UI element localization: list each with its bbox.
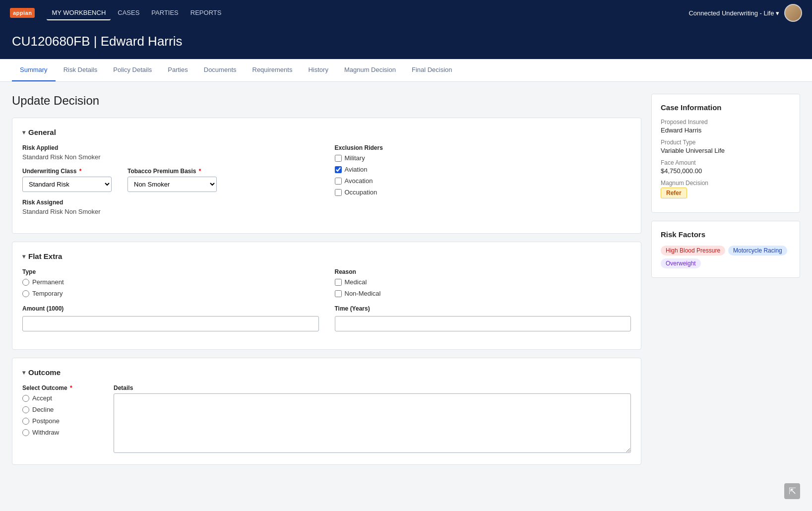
general-section: ▾ General Risk Applied Standard Risk Non… [12,118,641,234]
radio-permanent[interactable]: Permanent [22,278,319,286]
general-chevron-icon: ▾ [22,129,25,136]
tab-magnum-decision[interactable]: Magnum Decision [336,59,404,81]
risk-assigned-value: Standard Risk Non Smoker [22,208,319,215]
amount-input[interactable] [22,316,319,331]
page-title: Update Decision [12,94,641,108]
magnum-decision-badge: Refer [661,188,687,198]
radio-accept[interactable]: Accept [22,394,102,402]
select-outcome-col: Select Outcome * Accept Decline Postpone [22,384,102,436]
tobacco-required: * [197,168,201,175]
underwriting-class-field: Underwriting Class * Standard Risk Prefe… [22,168,112,192]
checkbox-avocation[interactable]: Avocation [335,177,631,185]
proposed-insured-value: Edward Harris [661,127,791,134]
radio-temporary[interactable]: Temporary [22,290,319,297]
page-body: Update Decision ▾ General Risk Applied S… [0,82,812,485]
tab-bar: Summary Risk Details Policy Details Part… [0,59,812,82]
avatar[interactable] [784,4,802,22]
checkbox-occupation[interactable]: Occupation [335,189,631,196]
reason-checkbox-group: Medical Non-Medical [335,278,631,297]
radio-postpone-input[interactable] [22,418,29,425]
outcome-layout: Select Outcome * Accept Decline Postpone [22,384,631,454]
general-left-col: Risk Applied Standard Risk Non Smoker Un… [22,144,319,215]
face-amount-value: $4,750,000.00 [661,167,791,175]
checkbox-aviation[interactable]: Aviation [335,166,631,173]
tab-documents[interactable]: Documents [196,59,245,81]
tab-final-decision[interactable]: Final Decision [404,59,460,81]
product-type-value: Variable Universal Life [661,147,791,154]
radio-permanent-input[interactable] [22,279,29,286]
avatar-image [784,4,802,22]
tab-policy-details[interactable]: Policy Details [105,59,160,81]
nav-right: Connected Underwriting - Life ▾ [688,4,802,22]
checkbox-medical-input[interactable] [335,279,342,286]
radio-temporary-input[interactable] [22,290,29,297]
outcome-required: * [68,384,72,391]
risk-factor-motorcycle-racing: Motorcycle Racing [728,246,787,256]
time-input[interactable] [335,316,631,331]
nav-my-workbench[interactable]: MY WORKBENCH [47,6,111,20]
outcome-section: ▾ Outcome Select Outcome * Accept Declin… [12,358,641,465]
radio-accept-input[interactable] [22,395,29,402]
proposed-insured-item: Proposed Insured Edward Harris [661,119,791,134]
magnum-decision-item: Magnum Decision Refer [661,180,791,198]
nav-parties[interactable]: PARTIES [146,6,183,20]
nav-reports[interactable]: REPORTS [186,6,227,20]
details-textarea[interactable] [114,393,631,453]
product-type-item: Product Type Variable Universal Life [661,139,791,154]
risk-factors-title: Risk Factors [661,230,791,239]
underwriting-class-select[interactable]: Standard Risk Preferred Substandard [22,177,112,192]
nav-cases[interactable]: CASES [113,6,144,20]
checkbox-non-medical-input[interactable] [335,290,342,297]
exclusion-riders-group: Military Aviation Avocation Occupation [335,154,631,196]
user-menu-label[interactable]: Connected Underwriting - Life ▾ [688,9,779,17]
tobacco-premium-select[interactable]: Non Smoker Smoker [127,177,217,192]
risk-applied-label: Risk Applied [22,144,319,151]
details-label: Details [114,384,631,391]
tab-history[interactable]: History [300,59,336,81]
risk-assigned-field: Risk Assigned Standard Risk Non Smoker [22,199,319,215]
radio-postpone[interactable]: Postpone [22,417,102,425]
exclusion-riders-col: Exclusion Riders Military Aviation Avoca… [335,144,631,196]
checkbox-medical[interactable]: Medical [335,278,631,286]
flat-extra-row1: Type Permanent Temporary Reason [22,268,631,297]
amount-label: Amount (1000) [22,305,319,312]
type-radio-group: Permanent Temporary [22,278,319,297]
tab-requirements[interactable]: Requirements [245,59,301,81]
flat-extra-reason-col: Reason Medical Non-Medical [335,268,631,297]
flat-extra-type-col: Type Permanent Temporary [22,268,319,297]
details-col: Details [114,384,631,454]
case-header: CU120680FB | Edward Harris [0,26,812,59]
radio-withdraw-input[interactable] [22,429,29,436]
tab-parties[interactable]: Parties [160,59,195,81]
nav-links: MY WORKBENCH CASES PARTIES REPORTS [47,6,688,20]
risk-factors-list: High Blood Pressure Motorcycle Racing Ov… [661,246,791,268]
magnum-decision-label: Magnum Decision [661,180,791,187]
tobacco-premium-field: Tobacco Premium Basis * Non Smoker Smoke… [127,168,217,192]
flat-extra-chevron-icon: ▾ [22,253,25,260]
tab-risk-details[interactable]: Risk Details [56,59,106,81]
right-sidebar: Case Information Proposed Insured Edward… [651,94,800,286]
face-amount-item: Face Amount $4,750,000.00 [661,159,791,175]
cursor-badge: ⇱ [784,483,800,485]
checkbox-occupation-input[interactable] [335,189,342,196]
outcome-section-title: Outcome [28,368,61,377]
appian-logo[interactable]: appian [10,8,35,18]
radio-withdraw[interactable]: Withdraw [22,429,102,436]
flat-extra-header: ▾ Flat Extra [22,252,631,260]
checkbox-military-input[interactable] [335,155,342,162]
risk-factor-high-blood-pressure: High Blood Pressure [661,246,725,256]
radio-decline[interactable]: Decline [22,406,102,413]
proposed-insured-label: Proposed Insured [661,119,791,126]
tab-summary[interactable]: Summary [12,59,56,81]
outcome-chevron-icon: ▾ [22,369,25,376]
radio-decline-input[interactable] [22,406,29,413]
outcome-header: ▾ Outcome [22,368,631,377]
main-content: Update Decision ▾ General Risk Applied S… [12,94,641,473]
checkbox-non-medical[interactable]: Non-Medical [335,290,631,297]
checkbox-avocation-input[interactable] [335,178,342,185]
flat-extra-title: Flat Extra [28,252,62,260]
checkbox-aviation-input[interactable] [335,166,342,173]
time-label: Time (Years) [335,305,631,312]
case-title: CU120680FB | Edward Harris [12,34,800,49]
checkbox-military[interactable]: Military [335,154,631,162]
